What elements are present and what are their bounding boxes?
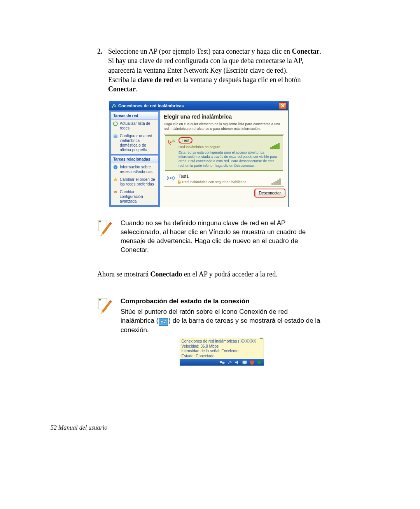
svg-point-6 (170, 142, 172, 143)
task-setup-network[interactable]: Configurar una red inalámbrica doméstica… (111, 132, 158, 154)
tray-line-3: Intensidad de la señal: Excelente (182, 349, 262, 354)
tray-app-icon[interactable] (257, 360, 262, 365)
svg-rect-12 (99, 299, 101, 301)
content-heading: Elegir una red inalámbrica (164, 114, 284, 120)
task-refresh-label: Actualizar lista de redes (120, 121, 156, 131)
para2-c: en el AP y podrá acceder a la red. (182, 270, 277, 278)
task-wireless-info[interactable]: i Información sobre redes inalámbricas (111, 163, 158, 176)
svg-point-5 (115, 192, 116, 192)
note-block-2: Comprobación del estado de la conexión S… (97, 297, 323, 366)
note-heading-2: Comprobación del estado de la conexión (121, 297, 323, 306)
info-icon: i (113, 165, 118, 170)
tooltip-tail: ▬ (260, 336, 263, 339)
note-pencil-icon (97, 219, 113, 237)
svg-rect-1 (114, 136, 117, 138)
content-subtext: Haga clic en cualquier elemento de la si… (164, 122, 284, 131)
titlebar[interactable]: Conexiones de red inalámbricas (109, 101, 288, 110)
svg-rect-20 (257, 361, 261, 364)
network-list: Test Red inalámbrica no segura Esta red … (164, 134, 284, 187)
svg-rect-18 (243, 361, 247, 364)
disconnect-button[interactable]: Desconectar (256, 190, 284, 196)
tray-line-2: Velocidad: 36,0 Mbps (182, 344, 262, 349)
network-security-test1: Red inalámbrica con seguridad habilitada (177, 180, 281, 184)
network-name-test1: Test1 (177, 174, 190, 178)
svg-rect-14 (163, 322, 166, 324)
wireless-networks-dialog: Conexiones de red inalámbricas Tareas de… (109, 101, 289, 207)
svg-point-7 (170, 177, 172, 179)
step-line3a: Escriba la (108, 76, 138, 84)
svg-rect-15 (220, 361, 222, 363)
task-advanced-config[interactable]: Cambiar configuración avanzada (111, 188, 158, 205)
step-body: Seleccione un AP (por ejemplo Test) para… (108, 47, 323, 94)
tray-line-1: Conexiones de red inalámbricas ( XXXXXX (182, 339, 262, 344)
svg-point-0 (112, 106, 113, 108)
taskbar-tray (180, 359, 264, 366)
task-section-network: Tareas de red Actualizar lista de redes … (111, 112, 158, 154)
svg-rect-13 (161, 321, 163, 323)
note-text-2: Comprobación del estado de la conexión S… (121, 297, 323, 366)
title-text: Conexiones de red inalámbricas (118, 103, 279, 108)
network-name-test: Test (178, 137, 192, 143)
refresh-icon (113, 121, 118, 126)
para2-a: Ahora se mostrará (97, 270, 150, 278)
tray-line-4: Estado: Conectado (182, 354, 262, 359)
network-security-text-test1: Red inalámbrica con seguridad habilitada (182, 180, 247, 184)
tray-wireless-icon[interactable] (227, 360, 233, 365)
task-order-label: Cambiar el orden de las redes preferidas (120, 177, 156, 187)
page-container: 2. Seleccione un AP (por ejemplo Test) p… (0, 0, 420, 509)
antenna-icon (166, 174, 175, 182)
step-line3b: clave de red (138, 76, 173, 84)
lock-icon (177, 180, 181, 184)
tray-tooltip-screenshot: ▬ Conexiones de red inalámbricas ( XXXXX… (180, 338, 264, 366)
para2-b: Conectado (150, 270, 182, 278)
step-line3e: . (136, 85, 138, 93)
step-line3d: Conectar (108, 85, 136, 93)
star-icon (113, 177, 118, 182)
task-refresh-networks[interactable]: Actualizar lista de redes (111, 120, 158, 132)
svg-rect-8 (178, 182, 181, 184)
task-header-related: Tareas relacionadas (111, 156, 158, 163)
network-desc-test: Esta red ya está configurada para el acc… (178, 150, 280, 168)
note-text-1: Cuando no se ha definido ninguna clave d… (121, 219, 323, 255)
tray-monitor-icon[interactable] (242, 360, 248, 365)
step-line1b: Conectar (292, 47, 320, 55)
network-item-test1[interactable]: Test1 Red inalámbrica con seguridad habi… (164, 171, 284, 186)
step-line2: Si hay una clave de red configurada con … (108, 57, 303, 74)
close-icon (281, 104, 285, 108)
close-button[interactable] (279, 102, 287, 109)
signal-bars-icon (270, 143, 280, 149)
step-2: 2. Seleccione un AP (por ejemplo Test) p… (97, 47, 323, 94)
antenna-icon (168, 138, 176, 147)
svg-rect-10 (99, 221, 101, 222)
svg-point-17 (228, 362, 229, 364)
svg-text:i: i (115, 166, 116, 169)
page-footer: 52 Manual del usuario (51, 424, 107, 431)
tray-shield-icon[interactable] (249, 360, 255, 365)
task-setup-label: Configurar una red inalámbrica doméstica… (120, 134, 156, 152)
home-network-icon (113, 134, 118, 138)
step-number: 2. (97, 47, 108, 94)
network-item-test[interactable]: Test Red inalámbrica no segura Esta red … (165, 135, 283, 171)
content-pane: Elegir una red inalámbrica Haga clic en … (160, 110, 288, 207)
svg-rect-19 (244, 364, 245, 364)
step-line3c: en la ventana y después haga clic en el … (173, 76, 301, 84)
network-security-test: Red inalámbrica no segura (178, 145, 280, 149)
note-pencil-icon (97, 297, 113, 315)
tray-network-icon[interactable] (220, 360, 226, 365)
task-adv-label: Cambiar configuración avanzada (120, 190, 156, 204)
task-section-related: Tareas relacionadas i Información sobre … (111, 156, 158, 205)
connected-paragraph: Ahora se mostrará Conectado en el AP y p… (97, 270, 323, 278)
task-change-order[interactable]: Cambiar el orden de las redes preferidas (111, 176, 158, 188)
tray-volume-icon[interactable] (234, 360, 240, 365)
wireless-icon (111, 103, 116, 108)
step-line1a: Seleccione un AP (por ejemplo Test) para… (108, 47, 292, 55)
task-info-label: Información sobre redes inalámbricas (120, 165, 156, 174)
svg-rect-16 (222, 362, 224, 364)
note-block-1: Cuando no se ha definido ninguna clave d… (97, 219, 323, 255)
wireless-tray-icon (159, 318, 168, 326)
task-pane: Tareas de red Actualizar lista de redes … (109, 110, 160, 207)
step-line1c: . (320, 47, 322, 55)
gear-icon (113, 190, 118, 194)
task-header-network: Tareas de red (111, 112, 158, 120)
signal-bars-icon (271, 178, 281, 185)
